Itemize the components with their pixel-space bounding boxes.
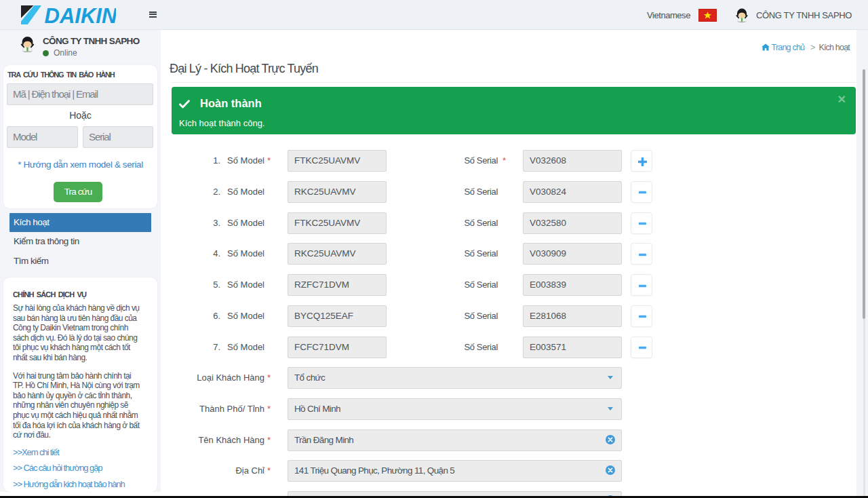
svg-text:DAIKIN: DAIKIN — [45, 5, 117, 25]
